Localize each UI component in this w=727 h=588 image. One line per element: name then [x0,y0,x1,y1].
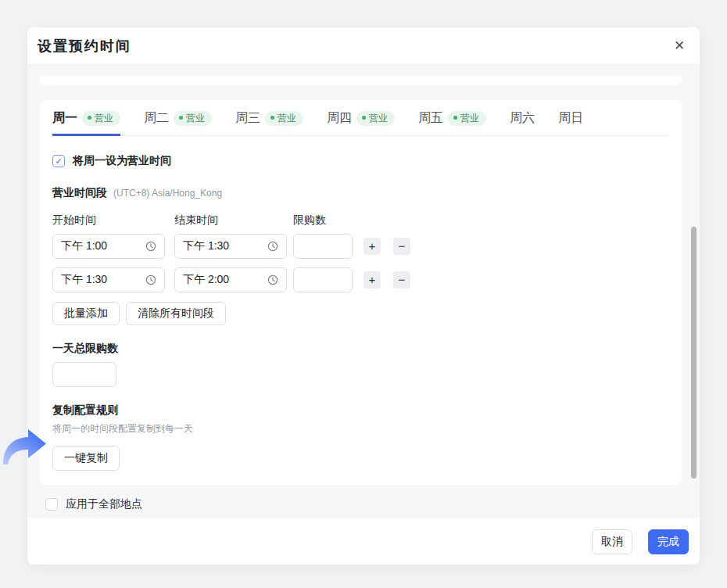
copy-rules-title: 复制配置规则 [52,403,669,418]
start-time-input[interactable]: 下午 1:00 [52,234,165,259]
business-day-checkbox-label: 将周一设为营业时间 [73,154,171,168]
time-slot-row: 下午 1:00 下午 1:30 + − [52,234,669,259]
apply-all-row: 应用于全部地点 [45,497,142,511]
clock-icon [145,241,156,252]
one-click-copy-button[interactable]: 一键复制 [52,446,120,471]
tab-monday[interactable]: 周一 营业 [52,100,120,136]
close-icon[interactable]: ✕ [670,37,689,56]
status-dot-icon [453,116,457,120]
dialog-title: 设置预约时间 [38,37,131,56]
daily-limit-label: 一天总限购数 [52,342,669,356]
tab-thursday[interactable]: 周四 营业 [327,100,395,136]
tab-wednesday[interactable]: 周三 营业 [235,100,303,136]
tab-label: 周日 [558,110,583,127]
copy-rules-description: 将周一的时间段配置复制到每一天 [52,422,669,436]
tab-tuesday[interactable]: 周二 营业 [144,100,212,136]
tab-label: 周三 [235,110,260,127]
end-time-header: 结束时间 [174,213,293,228]
status-dot-icon [88,116,91,120]
business-hours-section-header: 营业时间段 (UTC+8) Asia/Hong_Kong [52,186,669,200]
end-time-input[interactable]: 下午 1:30 [174,234,287,259]
end-time-input[interactable]: 下午 2:00 [174,267,287,292]
clock-icon [145,274,156,285]
dialog-footer: 取消 完成 [27,518,700,565]
tab-label: 周五 [418,110,443,127]
cancel-button[interactable]: 取消 [592,529,632,554]
purchase-limit-input[interactable] [293,267,353,292]
status-dot-icon [362,116,366,120]
tab-label: 周一 [52,110,77,127]
open-status-badge: 营业 [265,111,303,126]
slot-actions-row: 批量添加 清除所有时间段 [52,302,669,325]
set-reservation-time-dialog: 设置预约时间 ✕ 周一 营业 周二 营业 周三 营业 周四 [27,27,700,565]
timezone-label: (UTC+8) Asia/Hong_Kong [113,188,222,199]
batch-add-button[interactable]: 批量添加 [52,302,120,325]
remove-slot-button[interactable]: − [393,271,410,289]
tab-sunday[interactable]: 周日 [558,100,583,136]
open-status-badge: 营业 [356,111,395,126]
business-day-checkbox-row: ✓ 将周一设为营业时间 [52,154,669,168]
tab-label: 周二 [144,110,169,127]
remove-slot-button[interactable]: − [393,238,410,255]
time-slot-row: 下午 1:30 下午 2:00 + − [52,267,669,292]
tab-saturday[interactable]: 周六 [510,100,535,136]
business-hours-title: 营业时间段 [52,186,107,200]
tab-label: 周六 [510,110,535,127]
start-time-input[interactable]: 下午 1:30 [52,267,165,292]
time-column-headers: 开始时间 结束时间 限购数 [52,213,669,228]
dialog-header: 设置预约时间 ✕ [27,27,700,65]
apply-all-checkbox[interactable] [45,498,58,511]
business-day-checkbox[interactable]: ✓ [52,155,65,167]
scrollbar-thumb[interactable] [691,227,697,479]
clear-all-slots-button[interactable]: 清除所有时间段 [126,302,226,325]
purchase-limit-input[interactable] [293,234,353,259]
status-dot-icon [179,116,183,120]
daily-limit-input[interactable] [52,362,116,387]
confirm-button[interactable]: 完成 [648,529,689,554]
scrolled-card-edge [40,76,682,85]
check-icon: ✓ [55,156,62,167]
open-status-badge: 营业 [174,111,212,126]
add-slot-button[interactable]: + [364,271,381,289]
clock-icon [267,241,278,252]
status-dot-icon [270,116,274,120]
day-settings-card: 周一 营业 周二 营业 周三 营业 周四 营业 周五 营业 [40,100,682,485]
add-slot-button[interactable]: + [364,238,381,255]
purchase-limit-header: 限购数 [293,213,326,228]
clock-icon [267,274,278,285]
pointer-arrow-icon [2,428,47,464]
weekday-tabs: 周一 营业 周二 营业 周三 营业 周四 营业 周五 营业 [52,100,669,136]
dialog-body: 周一 营业 周二 营业 周三 营业 周四 营业 周五 营业 [27,65,700,518]
tab-friday[interactable]: 周五 营业 [418,100,486,136]
open-status-badge: 营业 [448,111,486,126]
apply-all-label: 应用于全部地点 [66,497,142,511]
open-status-badge: 营业 [82,111,120,126]
start-time-header: 开始时间 [52,213,174,228]
tab-label: 周四 [327,110,352,127]
